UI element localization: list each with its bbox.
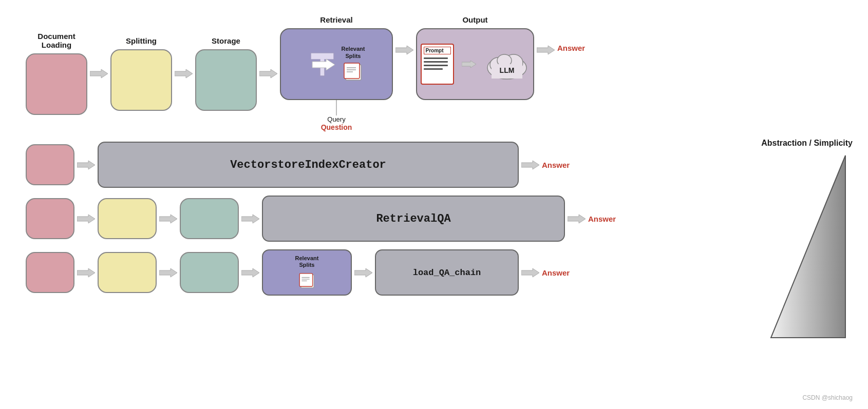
splitting-box [110,49,172,111]
vectorstore-label: VectorstoreIndexCreator [230,159,386,171]
row3-storage-box [180,252,239,293]
svg-marker-11 [395,46,413,54]
vectorstore-box: VectorstoreIndexCreator [98,142,519,188]
answer-top-label: Answer [557,44,585,52]
stage-splitting: Splitting [110,36,172,111]
relevant-splits-label: Relevant Splits [342,46,365,59]
row2-split-box [98,198,157,239]
row3-pages-icon [297,270,317,290]
row3-arrow-3 [239,266,262,279]
row3-arrow-4 [352,266,375,279]
prompt-line-4 [424,68,443,70]
question-label: Question [321,123,352,131]
arrow-2 [172,67,195,80]
output-box: Prompt [416,28,534,100]
retrieval-inner: Relevant Splits [308,46,365,82]
document-loading-label: Document Loading [37,32,75,49]
stage-output: Output Prompt [416,15,534,100]
relevant-splits-area: Relevant Splits [342,46,365,82]
splitting-label: Splitting [126,36,157,45]
svg-marker-1 [175,69,193,78]
svg-marker-24 [241,215,259,223]
output-inner-arrow [462,59,476,69]
svg-marker-36 [771,155,845,338]
llm-cloud-icon: LLM [484,46,530,82]
abstraction-title: Abstraction / Simplicity [761,139,853,148]
abstraction-triangle [766,153,848,343]
arrow-4 [393,44,416,56]
row1-arrow-2 [519,159,542,171]
row1-arrow-1 [74,159,98,171]
retrieval-label: Retrieval [320,15,352,24]
row2-arrow-1 [74,212,98,225]
prompt-label: Prompt [424,47,451,54]
stage-retrieval: Retrieval Relevant Splits [280,15,393,131]
svg-marker-22 [77,215,95,223]
arrow-1 [87,67,110,80]
row-retrievalqa: RetrievalQA Answer [26,196,853,242]
svg-rect-30 [299,274,312,286]
row1-doc-box [26,144,74,185]
row-loadqa: Relevant Splits load_QA_chain Answer [26,249,853,296]
arrow-3 [257,67,280,80]
stage-storage: Storage [195,36,257,111]
output-label: Output [462,15,487,24]
row2-arrow-3 [239,212,262,225]
prompt-line-1 [424,57,448,59]
svg-marker-0 [90,69,108,78]
stage-document-loading: Document Loading [26,32,87,115]
row3-arrow-2 [157,266,180,279]
arrow-5 [534,44,557,56]
prompt-lines [424,57,451,70]
watermark: CSDN @shichaog [802,394,853,401]
row1-answer: Answer [542,161,570,169]
prompt-line-2 [424,61,448,63]
retrieval-icon [308,50,336,79]
svg-rect-6 [344,63,360,79]
svg-marker-20 [77,161,95,169]
top-pipeline-section: Document Loading Splitting Storage Retri… [26,15,853,131]
svg-text:LLM: LLM [499,66,514,74]
svg-marker-25 [568,215,586,223]
retrievalqa-box: RetrievalQA [262,196,565,242]
svg-marker-26 [77,268,95,277]
row2-storage-box [180,198,239,239]
row2-answer: Answer [588,215,616,223]
query-line [336,100,337,115]
storage-box [195,49,257,111]
row2-doc-box [26,198,74,239]
loadqa-label: load_QA_chain [413,268,481,278]
prompt-card: Prompt [421,44,454,85]
row3-arrow-1 [74,266,98,279]
main-container: Document Loading Splitting Storage Retri… [0,0,868,409]
retrievalqa-label: RetrievalQA [376,212,450,225]
abstraction-section: Abstraction / Simplicity [761,139,853,343]
row2-arrow-4 [565,212,588,225]
row3-retrieval-box: Relevant Splits [262,249,352,296]
row3-doc-box [26,252,74,293]
row3-answer: Answer [542,268,570,277]
svg-marker-28 [241,268,259,277]
row2-arrow-2 [157,212,180,225]
row3-rel-splits-label: Relevant Splits [295,255,319,268]
storage-label: Storage [212,36,240,45]
svg-marker-19 [537,46,555,54]
pages-stack-icon [342,60,365,83]
row3-arrow-5 [519,266,542,279]
svg-marker-27 [159,268,177,277]
bottom-section: VectorstoreIndexCreator Answer Retrieval… [26,142,853,296]
svg-marker-21 [521,161,539,169]
prompt-line-3 [424,65,448,66]
query-label: Query [327,115,345,123]
loadqa-box: load_QA_chain [375,249,519,296]
document-loading-box [26,53,87,115]
svg-marker-2 [259,69,277,78]
row3-split-box [98,252,157,293]
svg-marker-23 [159,215,177,223]
query-section: Query Question [321,100,352,131]
stage-answer-top: Answer [557,44,585,52]
retrieval-box: Relevant Splits [280,28,393,100]
svg-marker-35 [521,268,539,277]
svg-marker-34 [354,268,372,277]
svg-marker-12 [462,61,476,68]
